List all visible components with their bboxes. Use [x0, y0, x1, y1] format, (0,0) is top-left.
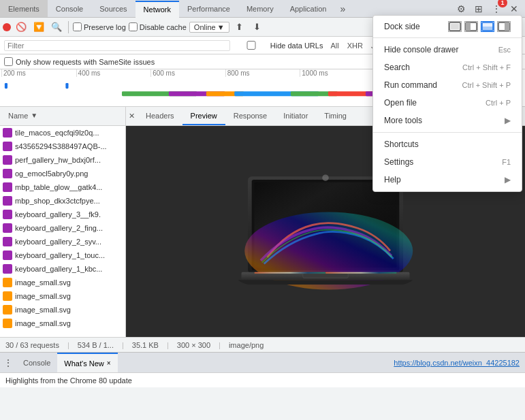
list-item[interactable]: s43565294S388497AQB-...: [0, 140, 125, 153]
dock-undock-icon[interactable]: [448, 21, 462, 32]
menu-item-run-command[interactable]: Run command Ctrl + Shift + P: [373, 76, 522, 94]
svg-rect-27: [466, 22, 471, 31]
list-item[interactable]: keyboard_gallery_3__fk9.: [0, 208, 125, 221]
timeline-mark-600: 600 ms: [150, 69, 225, 77]
list-item[interactable]: image_small.svg: [0, 289, 125, 303]
timeline-mark-200: 200 ms: [1, 69, 76, 77]
blog-link[interactable]: https://blog.csdn.net/weixn_44225182: [118, 359, 525, 367]
record-button[interactable]: [3, 23, 11, 31]
dock-right-icon[interactable]: [497, 21, 511, 32]
file-type-icon: [3, 128, 12, 138]
notification-badge: 1: [498, 0, 507, 7]
file-type-icon: [3, 319, 12, 328]
tab-overflow[interactable]: »: [334, 3, 351, 14]
file-type-icon: [3, 142, 12, 151]
settings-icon[interactable]: ⚙: [453, 1, 469, 17]
hide-data-urls-checkbox[interactable]: [234, 41, 268, 50]
tab-sources[interactable]: Sources: [91, 0, 135, 17]
transfer-size: 534 B / 1...: [78, 341, 114, 349]
menu-divider-1: [373, 37, 522, 38]
disable-cache-checkbox[interactable]: [129, 22, 138, 31]
list-item[interactable]: perf_gallery_hw_bdxj0rf...: [0, 153, 125, 167]
svg-rect-21: [303, 274, 349, 278]
sub-tab-preview[interactable]: Preview: [182, 107, 225, 125]
list-item[interactable]: keyboard_gallery_2_syv...: [0, 235, 125, 248]
upload-icon[interactable]: ⬆: [232, 20, 247, 35]
whats-new-text: Highlights from the Chrome 80 update: [5, 376, 132, 385]
throttle-select[interactable]: Online ▼: [189, 22, 229, 33]
file-list-scroll[interactable]: tile_macos_eqcfqi9lz0q... s43565294S3884…: [0, 126, 125, 337]
close-whats-new-icon[interactable]: ×: [107, 359, 111, 367]
filter-tab-xhr[interactable]: XHR: [344, 41, 366, 50]
tab-console[interactable]: Console: [48, 0, 91, 17]
list-item[interactable]: mbp_table_glow__gatk4...: [0, 180, 125, 194]
mime-type: image/png: [229, 341, 264, 349]
dock-side-label: Dock side: [384, 22, 443, 31]
timeline-mark-1000: 1000 ms: [300, 69, 375, 77]
menu-item-hide-console[interactable]: Hide console drawer Esc: [373, 41, 522, 59]
tab-application[interactable]: Application: [282, 0, 335, 17]
sub-tab-response[interactable]: Response: [225, 107, 276, 125]
close-devtools-icon[interactable]: ✕: [506, 1, 522, 17]
filter-input[interactable]: [4, 40, 230, 51]
file-type-icon: [3, 196, 12, 206]
file-type-icon: [3, 278, 12, 287]
tab-network[interactable]: Network: [136, 1, 179, 18]
list-item[interactable]: keyboard_gallery_1_touc...: [0, 248, 125, 262]
timeline-mark-800: 800 ms: [225, 69, 300, 77]
focus-mode-icon[interactable]: ⊞: [471, 1, 487, 17]
console-menu-icon[interactable]: ⋮: [0, 355, 16, 371]
disable-cache-label[interactable]: Disable cache: [129, 22, 187, 31]
preserve-log-label[interactable]: Preserve log: [73, 22, 126, 31]
menu-item-help[interactable]: Help ▶: [373, 171, 522, 189]
sub-tab-timing[interactable]: Timing: [316, 107, 355, 125]
whats-new-tab[interactable]: What's New ×: [57, 353, 117, 372]
list-item[interactable]: mbp_shop_dkx3ctcfpye...: [0, 194, 125, 208]
clear-button[interactable]: 🚫: [14, 20, 29, 35]
tab-performance[interactable]: Performance: [179, 0, 238, 17]
image-dimensions: 300 × 300: [177, 341, 210, 349]
whats-new-content: Highlights from the Chrome 80 update: [0, 372, 525, 387]
menu-item-more-tools[interactable]: More tools ▶: [373, 112, 522, 129]
file-type-icon: [3, 305, 12, 314]
sub-tab-initiator[interactable]: Initiator: [275, 107, 316, 125]
separator-1: [68, 21, 69, 33]
svg-rect-0: [5, 83, 7, 88]
menu-item-shortcuts[interactable]: Shortcuts: [373, 135, 522, 153]
preserve-log-checkbox[interactable]: [73, 22, 82, 31]
tab-memory[interactable]: Memory: [238, 0, 282, 17]
console-tab[interactable]: Console: [16, 353, 57, 372]
search-button[interactable]: 🔍: [49, 20, 64, 35]
menu-item-open-file[interactable]: Open file Ctrl + P: [373, 94, 522, 112]
dock-left-icon[interactable]: [464, 21, 478, 32]
timeline-mark-400: 400 ms: [76, 69, 151, 77]
samesite-checkbox-label[interactable]: Only show requests with SameSite issues: [4, 57, 155, 66]
list-item[interactable]: tile_macos_eqcfqi9lz0q...: [0, 126, 125, 140]
tab-elements[interactable]: Elements: [0, 0, 48, 17]
status-bar: 30 / 63 requests | 534 B / 1... | 35.1 K…: [0, 337, 525, 352]
menu-divider-2: [373, 132, 522, 133]
file-list: tile_macos_eqcfqi9lz0q... s43565294S3884…: [0, 126, 126, 337]
list-item[interactable]: image_small.svg: [0, 317, 125, 330]
request-count: 30 / 63 requests: [5, 341, 59, 349]
file-type-icon: [3, 182, 12, 192]
list-item[interactable]: og_emocl5abry0y.png: [0, 167, 125, 180]
svg-rect-29: [482, 27, 493, 31]
list-item[interactable]: keyboard_gallery_2_fing...: [0, 221, 125, 235]
filter-icon[interactable]: 🔽: [31, 20, 46, 35]
dock-bottom-icon[interactable]: [481, 21, 494, 32]
filter-tab-all[interactable]: All: [327, 41, 342, 50]
menu-item-settings[interactable]: Settings F1: [373, 153, 522, 171]
download-icon[interactable]: ⬇: [250, 20, 265, 35]
menu-item-search[interactable]: Search Ctrl + Shift + F: [373, 59, 522, 76]
svg-rect-22: [255, 272, 326, 274]
context-menu[interactable]: Dock side: [372, 15, 522, 192]
list-item[interactable]: image_small.svg: [0, 276, 125, 289]
list-item[interactable]: keyboard_gallery_1_kbc...: [0, 262, 125, 276]
sub-tab-headers[interactable]: Headers: [138, 107, 182, 125]
list-item[interactable]: image_small.svg: [0, 303, 125, 317]
sub-tab-name[interactable]: Name ▼: [0, 107, 46, 125]
hide-data-urls-label[interactable]: Hide data URLs: [234, 41, 323, 50]
file-type-icon: [3, 155, 12, 165]
samesite-checkbox[interactable]: [4, 57, 13, 66]
